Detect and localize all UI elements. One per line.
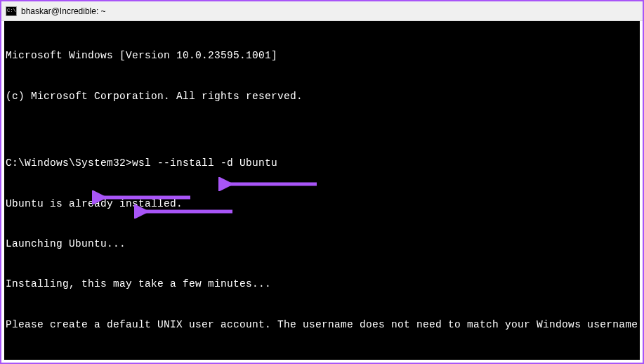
- terminal-line: Ubuntu is already installed.: [6, 197, 638, 211]
- terminal-line: For more information visit: https://aka.…: [6, 358, 638, 363]
- cmd-icon: [6, 6, 17, 16]
- window-title: bhaskar@Incredible: ~: [21, 6, 106, 16]
- terminal-line: Installing, this may take a few minutes.…: [6, 278, 638, 291]
- titlebar[interactable]: bhaskar@Incredible: ~: [1, 1, 643, 21]
- terminal-body[interactable]: Microsoft Windows [Version 10.0.23595.10…: [1, 21, 643, 363]
- terminal-line: Microsoft Windows [Version 10.0.23595.10…: [6, 49, 638, 63]
- terminal-line: (c) Microsoft Corporation. All rights re…: [6, 90, 638, 103]
- terminal-window: bhaskar@Incredible: ~ Microsoft Windows …: [1, 1, 643, 363]
- terminal-line: Please create a default UNIX user accoun…: [6, 318, 638, 332]
- terminal-line: Launching Ubuntu...: [6, 238, 638, 251]
- annotation-arrow-icon: [134, 178, 239, 246]
- terminal-line: C:\Windows\System32>wsl --install -d Ubu…: [6, 157, 638, 170]
